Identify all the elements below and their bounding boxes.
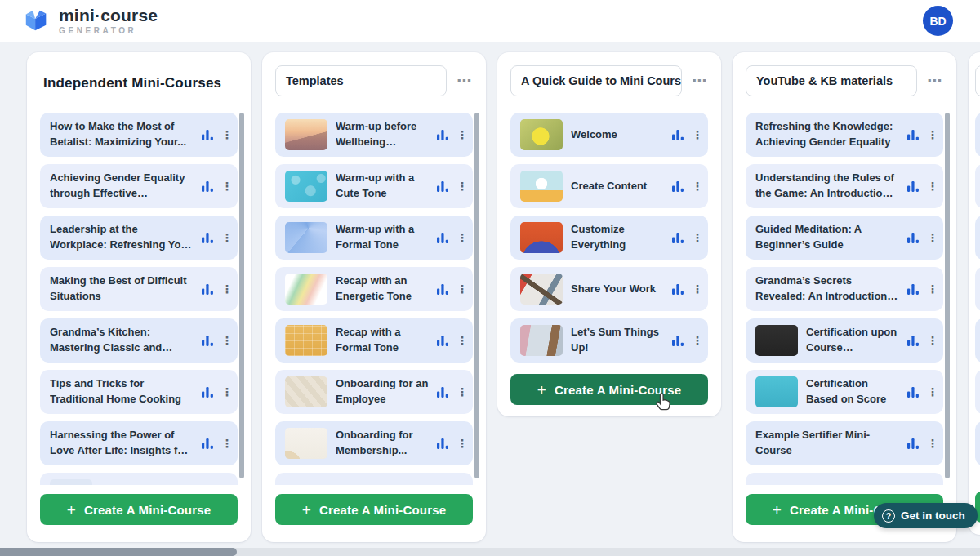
- course-card[interactable]: [975, 421, 980, 465]
- course-card[interactable]: How to Make the Most of Betalist: Maximi…: [40, 113, 238, 157]
- kebab-menu-icon[interactable]: ⋮: [927, 180, 935, 192]
- kebab-menu-icon[interactable]: ⋮: [457, 335, 465, 346]
- kebab-menu-icon[interactable]: ⋮: [457, 180, 465, 192]
- course-card[interactable]: Welcome ⋮: [510, 113, 708, 157]
- stats-icon[interactable]: [672, 232, 684, 244]
- kebab-menu-icon[interactable]: ⋮: [221, 129, 229, 140]
- course-card[interactable]: Warm-up with a Cute Tone ⋮: [275, 164, 473, 208]
- course-card[interactable]: Onboarding for an Employee ⋮: [275, 370, 473, 414]
- course-card[interactable]: Example Sertifier Mini-Course ⋮: [746, 421, 943, 465]
- stats-icon[interactable]: [202, 386, 214, 398]
- stats-icon[interactable]: [202, 438, 214, 450]
- course-card-partial[interactable]: [746, 473, 943, 485]
- course-card[interactable]: Warm-up before Wellbeing Sessions ⋮: [275, 113, 473, 157]
- kebab-menu-icon[interactable]: ⋮: [457, 386, 465, 398]
- course-card[interactable]: Grandma’s Kitchen: Mastering Classic and…: [40, 318, 238, 363]
- kebab-menu-icon[interactable]: ⋮: [457, 438, 465, 449]
- column-title-input[interactable]: A Quick Guide to Mini Course: [510, 65, 682, 96]
- kebab-menu-icon[interactable]: ⋮: [457, 129, 465, 140]
- course-card[interactable]: Recap with a Formal Tone ⋮: [275, 318, 473, 363]
- stats-icon[interactable]: [202, 283, 214, 296]
- stats-icon[interactable]: [907, 335, 920, 347]
- course-card[interactable]: [975, 318, 980, 363]
- course-card[interactable]: Making the Best of Difficult Situations …: [40, 267, 238, 311]
- course-card[interactable]: [975, 267, 980, 311]
- course-card[interactable]: [975, 370, 980, 414]
- stats-icon[interactable]: [202, 335, 214, 347]
- stats-icon[interactable]: [437, 129, 449, 141]
- course-card[interactable]: Certification upon Course Completion ⋮: [746, 318, 943, 363]
- course-card[interactable]: Guided Meditation: A Beginner’s Guide ⋮: [746, 216, 943, 260]
- kebab-menu-icon[interactable]: ⋮: [457, 283, 465, 295]
- kebab-menu-icon[interactable]: ⋮: [221, 232, 229, 243]
- course-card[interactable]: [975, 216, 980, 260]
- stats-icon[interactable]: [907, 386, 920, 398]
- course-card[interactable]: Refreshing the Knowledge: Achieving Gend…: [746, 113, 943, 157]
- horizontal-scrollbar-thumb[interactable]: [0, 548, 237, 556]
- kebab-menu-icon[interactable]: ⋮: [927, 386, 935, 398]
- horizontal-scrollbar-track[interactable]: [0, 548, 980, 556]
- stats-icon[interactable]: [437, 386, 449, 398]
- column-menu-icon[interactable]: ⋯: [690, 65, 708, 96]
- stats-icon[interactable]: [672, 180, 684, 193]
- kebab-menu-icon[interactable]: ⋮: [221, 283, 229, 295]
- course-card[interactable]: Leadership at the Workplace: Refreshing …: [40, 216, 238, 260]
- column-title-input[interactable]: YouTube & KB materials: [746, 65, 917, 96]
- kebab-menu-icon[interactable]: ⋮: [457, 232, 465, 243]
- column-scrollbar[interactable]: [239, 113, 244, 478]
- course-card[interactable]: [975, 113, 980, 157]
- stats-icon[interactable]: [437, 232, 449, 244]
- course-card[interactable]: Warm-up with a Formal Tone ⋮: [275, 216, 473, 260]
- course-card[interactable]: Let’s Sum Things Up! ⋮: [510, 318, 708, 363]
- kebab-menu-icon[interactable]: ⋮: [927, 438, 935, 449]
- column-scrollbar[interactable]: [945, 113, 950, 478]
- kebab-menu-icon[interactable]: ⋮: [927, 335, 935, 346]
- stats-icon[interactable]: [437, 335, 449, 347]
- kebab-menu-icon[interactable]: ⋮: [927, 129, 935, 140]
- stats-icon[interactable]: [672, 283, 684, 296]
- stats-icon[interactable]: [907, 232, 920, 244]
- brand-logo[interactable]: mini·course GENERATOR: [23, 7, 158, 35]
- stats-icon[interactable]: [907, 438, 920, 450]
- kebab-menu-icon[interactable]: ⋮: [927, 283, 935, 295]
- kebab-menu-icon[interactable]: ⋮: [927, 232, 935, 243]
- column-title-input[interactable]: [975, 65, 980, 96]
- kebab-menu-icon[interactable]: ⋮: [221, 386, 229, 398]
- column-menu-icon[interactable]: ⋯: [455, 65, 473, 96]
- stats-icon[interactable]: [672, 335, 684, 347]
- course-card[interactable]: Customize Everything ⋮: [510, 216, 708, 260]
- stats-icon[interactable]: [437, 283, 449, 296]
- kebab-menu-icon[interactable]: ⋮: [692, 335, 700, 346]
- course-card[interactable]: Grandma’s Secrets Revealed: An Introduct…: [746, 267, 943, 311]
- stats-icon[interactable]: [202, 180, 214, 193]
- stats-icon[interactable]: [907, 180, 920, 193]
- stats-icon[interactable]: [437, 438, 449, 450]
- kebab-menu-icon[interactable]: ⋮: [221, 335, 229, 346]
- column-title-input[interactable]: Templates: [275, 65, 447, 96]
- kebab-menu-icon[interactable]: ⋮: [692, 232, 700, 243]
- course-card[interactable]: Achieving Gender Equality through Effect…: [40, 164, 238, 208]
- course-card[interactable]: Understanding the Rules of the Game: An …: [746, 164, 943, 208]
- kebab-menu-icon[interactable]: ⋮: [692, 129, 700, 140]
- course-card[interactable]: Tips and Tricks for Traditional Home Coo…: [40, 370, 238, 414]
- course-card[interactable]: Harnessing the Power of Love After Life:…: [40, 421, 238, 465]
- stats-icon[interactable]: [437, 180, 449, 193]
- user-avatar[interactable]: BD: [923, 6, 953, 36]
- kebab-menu-icon[interactable]: ⋮: [692, 180, 700, 192]
- stats-icon[interactable]: [672, 129, 684, 141]
- course-card[interactable]: Recap with an Energetic Tone ⋮: [275, 267, 473, 311]
- course-card[interactable]: Create Content ⋮: [510, 164, 708, 208]
- stats-icon[interactable]: [907, 283, 920, 296]
- course-card[interactable]: Share Your Work ⋮: [510, 267, 708, 311]
- course-card-partial[interactable]: [40, 473, 238, 485]
- create-mini-course-button[interactable]: + Create A Mini-Course: [40, 494, 238, 525]
- stats-icon[interactable]: [907, 129, 920, 141]
- create-mini-course-button-hovered[interactable]: + Create A Mini-Course: [510, 374, 708, 405]
- stats-icon[interactable]: [202, 129, 214, 141]
- kebab-menu-icon[interactable]: ⋮: [221, 180, 229, 192]
- stats-icon[interactable]: [202, 232, 214, 244]
- kebab-menu-icon[interactable]: ⋮: [692, 283, 700, 295]
- course-card[interactable]: [975, 164, 980, 208]
- get-in-touch-button[interactable]: ? Get in touch: [874, 503, 978, 528]
- create-mini-course-button[interactable]: + Create A Mini-Course: [275, 494, 473, 525]
